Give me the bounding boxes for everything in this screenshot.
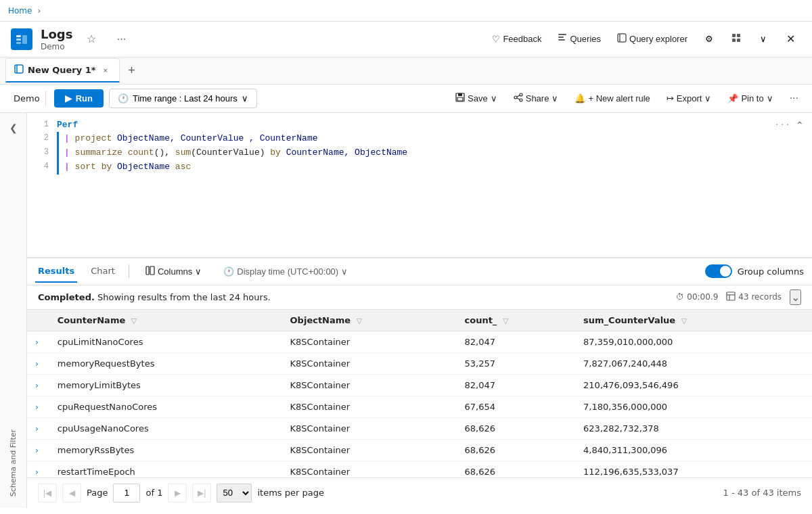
filter-icon[interactable]: ▽ <box>503 317 508 325</box>
query-explorer-button[interactable]: Query explorer <box>612 30 693 47</box>
svg-rect-7 <box>618 34 626 42</box>
col-sum[interactable]: sum_CounterValue ▽ <box>575 310 812 331</box>
tab-label: New Query 1* <box>28 65 96 75</box>
star-button[interactable]: ☆ <box>81 28 102 50</box>
cell-count: 68,626 <box>457 439 576 461</box>
tab-close-button[interactable]: × <box>100 65 111 76</box>
play-icon: ▶ <box>65 93 72 103</box>
app-header: Logs Demo ☆ ··· ♡ Feedback Queries Query… <box>0 22 812 57</box>
expand-row-button[interactable]: › <box>35 467 39 477</box>
display-time-button[interactable]: 🕐 Display time (UTC+00:00) ∨ <box>218 264 353 279</box>
page-input[interactable] <box>113 484 140 503</box>
breadcrumb-bar: Home › <box>0 0 812 22</box>
status-bar: Completed. Showing results from the last… <box>27 285 812 310</box>
records-badge: 43 records <box>726 291 782 303</box>
cell-sum: 112,196,635,533,037 <box>575 461 812 477</box>
tab-separator <box>129 264 129 278</box>
cell-count: 82,047 <box>457 331 576 352</box>
next-page-button[interactable]: ▶ <box>168 484 187 503</box>
expand-row-button[interactable]: › <box>35 446 39 455</box>
expand-row-button[interactable]: › <box>35 402 39 412</box>
editor-collapse-button[interactable]: ⌃ <box>796 118 804 133</box>
svg-rect-23 <box>146 266 149 275</box>
svg-rect-6 <box>558 39 565 41</box>
export-button[interactable]: ↦ Export ∨ <box>661 91 717 106</box>
svg-rect-5 <box>558 37 564 38</box>
svg-point-18 <box>520 93 522 96</box>
last-page-button[interactable]: ▶| <box>192 484 211 503</box>
cell-count: 68,626 <box>457 417 576 439</box>
chevron-down-icon: ∨ <box>341 266 348 277</box>
sidebar-label: Schema and Filter <box>9 429 18 496</box>
svg-line-21 <box>517 95 520 97</box>
new-alert-button[interactable]: 🔔 + New alert rule <box>569 91 655 106</box>
first-page-button[interactable]: |◀ <box>38 484 57 503</box>
svg-rect-12 <box>737 39 740 42</box>
code-editor[interactable]: 1 Perf 2 | project ObjectName, CounterVa… <box>27 113 812 258</box>
svg-point-19 <box>514 96 517 99</box>
breadcrumb-home[interactable]: Home <box>8 6 32 16</box>
filter-icon[interactable]: ▽ <box>357 317 362 325</box>
cell-sum: 7,827,067,240,448 <box>575 352 812 374</box>
duration-badge: ⏱ 00:00.9 <box>676 292 718 302</box>
view-toggle-button[interactable] <box>725 28 747 50</box>
col-object-name[interactable]: ObjectName ▽ <box>282 310 457 331</box>
prev-page-button[interactable]: ◀ <box>62 484 81 503</box>
expand-row-button[interactable]: › <box>35 424 39 434</box>
settings-button[interactable]: ⚙ <box>698 28 720 50</box>
columns-button[interactable]: Columns ∨ <box>140 263 207 280</box>
filter-icon[interactable]: ▽ <box>131 317 137 325</box>
expand-row-button[interactable]: › <box>35 381 39 390</box>
cell-counter-name: cpuLimitNanoCores <box>49 331 282 352</box>
explorer-icon <box>617 33 627 45</box>
svg-rect-25 <box>727 292 735 300</box>
add-tab-button[interactable]: + <box>122 61 141 80</box>
page-size-select[interactable]: 50 100 200 <box>217 484 252 503</box>
time-range-button[interactable]: 🕐 Time range : Last 24 hours ∨ <box>109 89 257 108</box>
group-columns-toggle[interactable] <box>705 264 732 278</box>
queries-button[interactable]: Queries <box>552 30 606 47</box>
table-row: › memoryRequestBytes K8SContainer 53,257… <box>27 352 812 374</box>
col-counter-name[interactable]: CounterName ▽ <box>49 310 282 331</box>
svg-rect-1 <box>16 39 21 41</box>
expand-row-button[interactable]: › <box>35 337 39 347</box>
cell-object-name: K8SContainer <box>282 331 457 352</box>
pin-to-button[interactable]: 📌 Pin to ∨ <box>722 91 778 106</box>
close-button[interactable]: ✕ <box>780 28 801 50</box>
toolbar-more-button[interactable]: ··· <box>784 89 804 107</box>
save-button[interactable]: Save ∨ <box>450 90 503 107</box>
feedback-button[interactable]: ♡ Feedback <box>487 31 547 47</box>
tab-results[interactable]: Results <box>35 260 77 283</box>
table-row: › memoryLimitBytes K8SContainer 82,047 2… <box>27 374 812 396</box>
heart-icon: ♡ <box>492 34 500 44</box>
collapse-button[interactable]: ∨ <box>752 28 774 50</box>
cell-sum: 87,359,010,000,000 <box>575 331 812 352</box>
app-title-group: Logs Demo <box>41 27 72 51</box>
run-button[interactable]: ▶ Run <box>54 89 104 108</box>
gear-icon: ⚙ <box>705 34 713 44</box>
svg-rect-9 <box>732 34 736 37</box>
expand-row-button[interactable]: › <box>35 359 39 369</box>
results-tabs-bar: Results Chart Columns ∨ 🕐 Display time (… <box>27 258 812 285</box>
cell-object-name: K8SContainer <box>282 374 457 396</box>
status-text: Completed. Showing results from the last… <box>38 292 271 302</box>
cell-object-name: K8SContainer <box>282 417 457 439</box>
share-button[interactable]: Share ∨ <box>508 90 564 107</box>
more-app-button[interactable]: ··· <box>110 28 132 50</box>
chevron-down-icon: ∨ <box>242 93 248 103</box>
filter-icon[interactable]: ▽ <box>681 317 687 325</box>
page-info: 1 - 43 of 43 items <box>723 488 801 498</box>
tab-new-query-1[interactable]: New Query 1* × <box>5 58 120 83</box>
svg-line-22 <box>517 98 520 99</box>
table-icon <box>726 291 736 303</box>
status-right: ⏱ 00:00.9 43 records ⌄ <box>676 289 801 305</box>
sidebar-collapse-button[interactable]: ❮ <box>4 118 23 137</box>
queries-icon <box>558 33 567 45</box>
expand-results-button[interactable]: ⌄ <box>790 289 801 305</box>
svg-point-20 <box>520 99 522 101</box>
code-line-4: 4 | sort by ObjectName asc <box>27 160 812 174</box>
tab-chart[interactable]: Chart <box>88 260 118 283</box>
results-table-container[interactable]: CounterName ▽ ObjectName ▽ count_ ▽ <box>27 310 812 477</box>
col-count[interactable]: count_ ▽ <box>457 310 576 331</box>
svg-rect-16 <box>458 93 462 96</box>
